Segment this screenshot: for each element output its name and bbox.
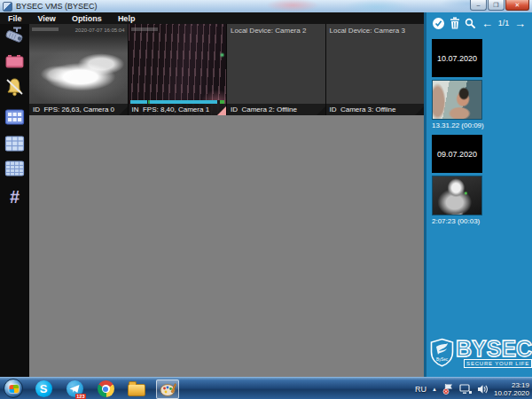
layout-grid-icon[interactable] xyxy=(4,107,25,127)
archive-date-header: 09.07.2020 xyxy=(432,135,482,173)
camera-0-status-bar: ID FPS: 26,63, Camera 0 xyxy=(29,104,128,115)
archive-date-header: 10.07.2020 xyxy=(432,39,482,77)
taskbar-skype[interactable]: S xyxy=(32,379,55,399)
camera-3-status-bar: ID Camera 3: Offline xyxy=(326,104,425,115)
shield-label: BySec xyxy=(430,357,454,362)
taskbar-apps: S 123 xyxy=(32,379,179,399)
paint-icon xyxy=(160,381,176,397)
action-center-flag-icon[interactable] xyxy=(442,383,454,395)
camera-tile-0[interactable]: 2020-07-07 16:05:04 ID FPS: 26,63, Camer… xyxy=(29,24,128,115)
cctv-camera-icon[interactable] xyxy=(4,27,25,46)
video-wall: 2020-07-07 16:05:04 ID FPS: 26,63, Camer… xyxy=(29,24,424,377)
camera-tile-3[interactable]: Local Device: Camera 3 ID Camera 3: Offl… xyxy=(326,24,425,115)
camera-1-status-bar: IN FPS: 8,40, Camera 1 xyxy=(129,104,227,115)
menu-help[interactable]: Help xyxy=(110,14,144,23)
camera-tile-row: 2020-07-07 16:05:04 ID FPS: 26,63, Camer… xyxy=(29,24,424,115)
start-button[interactable] xyxy=(4,379,23,398)
bysec-logo: BySec BYSEC TM SECURE YOUR LIFE xyxy=(430,338,532,368)
tile-corner-handle[interactable] xyxy=(119,106,128,115)
maximize-button[interactable]: ❐ xyxy=(488,0,505,11)
tool-sidebar: # xyxy=(0,24,29,377)
close-button[interactable]: ✕ xyxy=(505,0,529,11)
system-tray: RU ▲ 23:19 10.07.2020 xyxy=(415,379,529,399)
archive-panel: ← 1/1 → 10.07.2020 13.31.22 (00:09) 09.0… xyxy=(424,12,532,377)
camera-tile-2[interactable]: Local Device: Camera 2 ID Camera 2: Offl… xyxy=(227,24,325,115)
camera-2-status-bar: ID Camera 2: Offline xyxy=(227,104,325,115)
desktop: BYSEC VMS (BYSEC) – ❐ ✕ File View Option… xyxy=(0,0,532,399)
recording-thumbnail[interactable] xyxy=(432,176,482,215)
storage-device-icon[interactable] xyxy=(4,52,25,72)
taskbar: S 123 xyxy=(0,377,532,399)
table-view-icon[interactable] xyxy=(4,134,25,153)
taskbar-telegram[interactable]: 123 xyxy=(63,379,86,399)
tile-corner-handle[interactable] xyxy=(317,106,325,115)
taskbar-chrome[interactable] xyxy=(94,379,117,399)
menu-file[interactable]: File xyxy=(0,14,30,23)
tile-corner-handle[interactable] xyxy=(415,106,424,115)
alarm-muted-icon[interactable] xyxy=(4,77,25,97)
app-icon xyxy=(3,2,12,12)
notification-badge: 123 xyxy=(75,394,86,399)
menu-bar: File View Options Help xyxy=(0,12,424,24)
prev-page-icon[interactable]: ← xyxy=(481,18,493,29)
brand-name: BYSEC xyxy=(456,338,532,359)
window-title: BYSEC VMS (BYSEC) xyxy=(16,0,98,12)
menu-options[interactable]: Options xyxy=(64,14,110,23)
delete-trash-icon[interactable] xyxy=(450,17,460,29)
camera-osd-overlay xyxy=(131,27,158,31)
network-icon[interactable] xyxy=(459,384,472,395)
tile-corner-handle[interactable] xyxy=(217,106,226,115)
taskbar-explorer[interactable] xyxy=(125,379,148,399)
shield-icon: BySec xyxy=(430,338,454,367)
tray-date: 10.07.2020 xyxy=(494,389,529,397)
camera-2-device-label: Local Device: Camera 2 xyxy=(231,27,306,35)
archive-group-1: 09.07.2020 2:07:23 (00:03) xyxy=(432,135,532,225)
speaker-icon[interactable] xyxy=(477,384,489,395)
clock[interactable]: 23:19 10.07.2020 xyxy=(494,381,529,397)
recording-caption: 2:07:23 (00:03) xyxy=(432,217,532,225)
recording-thumbnail[interactable] xyxy=(432,80,482,120)
pager-indicator: 1/1 xyxy=(498,19,510,27)
taskbar-paint[interactable] xyxy=(156,379,179,399)
hidden-icons-chevron[interactable]: ▲ xyxy=(432,387,437,392)
windows-logo-icon xyxy=(9,384,19,393)
chrome-icon xyxy=(98,380,114,397)
skype-icon: S xyxy=(35,380,52,397)
matrix-layout-icon[interactable]: # xyxy=(4,187,25,207)
menu-view[interactable]: View xyxy=(30,14,64,23)
language-indicator[interactable]: RU xyxy=(415,385,426,394)
tray-time: 23:19 xyxy=(494,381,529,389)
window-titlebar[interactable]: BYSEC VMS (BYSEC) – ❐ ✕ xyxy=(0,0,532,12)
camera-0-video xyxy=(29,24,128,115)
next-page-icon[interactable]: → xyxy=(514,18,526,29)
camera-3-device-label: Local Device: Camera 3 xyxy=(330,27,405,35)
camera-0-timestamp: 2020-07-07 16:05:04 xyxy=(75,27,125,33)
recording-caption: 13.31.22 (00:09) xyxy=(432,121,532,129)
archive-toolbar: ← 1/1 → xyxy=(426,12,532,34)
confirm-check-icon[interactable] xyxy=(433,18,444,29)
folder-icon xyxy=(128,384,145,396)
search-magnifier-icon[interactable] xyxy=(465,18,476,29)
minimize-button[interactable]: – xyxy=(470,0,487,11)
camera-osd-overlay xyxy=(32,27,59,31)
camera-tile-1[interactable]: IN FPS: 8,40, Camera 1 xyxy=(129,24,227,115)
table-dense-icon[interactable] xyxy=(4,159,25,178)
archive-group-0: 10.07.2020 13.31.22 (00:09) xyxy=(432,39,532,129)
